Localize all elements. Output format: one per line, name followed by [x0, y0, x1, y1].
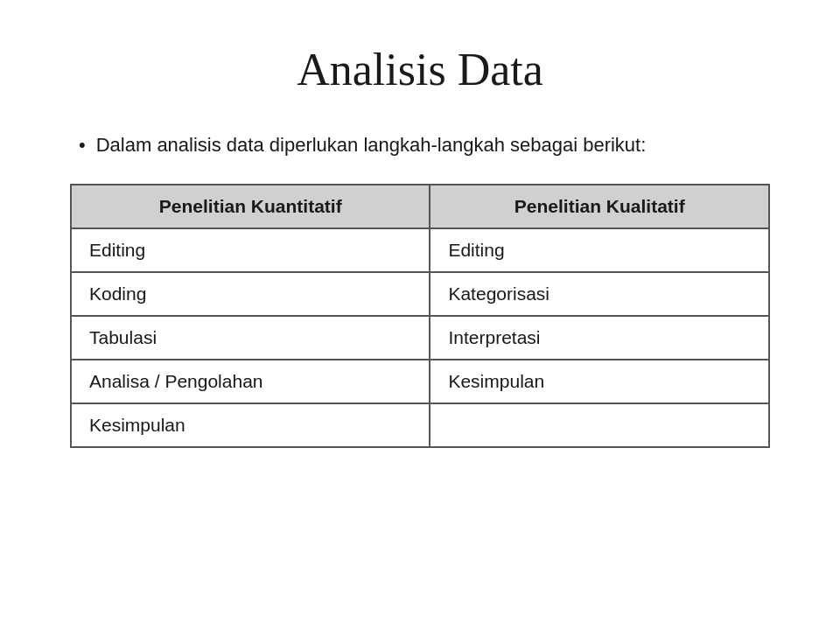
slide-title: Analisis Data: [70, 44, 770, 95]
table-cell-0-1: Editing: [430, 228, 769, 272]
bullet-dot: •: [79, 130, 86, 159]
table-header-row: Penelitian Kuantitatif Penelitian Kualit…: [71, 185, 769, 228]
bullet-section: • Dalam analisis data diperlukan langkah…: [70, 130, 770, 159]
table-cell-2-1: Interpretasi: [430, 316, 769, 360]
table-row: KodingKategorisasi: [71, 272, 769, 316]
header-col-2: Penelitian Kualitatif: [430, 185, 769, 228]
table-cell-0-0: Editing: [71, 228, 430, 272]
table-cell-4-1: [430, 403, 769, 447]
table-cell-2-0: Tabulasi: [71, 316, 430, 360]
table-cell-3-1: Kesimpulan: [430, 360, 769, 403]
table-row: TabulasiInterpretasi: [71, 316, 769, 360]
table-cell-1-1: Kategorisasi: [430, 272, 769, 316]
table-row: EditingEditing: [71, 228, 769, 272]
slide: Analisis Data • Dalam analisis data dipe…: [0, 0, 840, 630]
table-row: Kesimpulan: [71, 403, 769, 447]
table-row: Analisa / PengolahanKesimpulan: [71, 360, 769, 403]
header-col-1: Penelitian Kuantitatif: [71, 185, 430, 228]
table-cell-4-0: Kesimpulan: [71, 403, 430, 447]
table-cell-1-0: Koding: [71, 272, 430, 316]
bullet-text: Dalam analisis data diperlukan langkah-l…: [96, 130, 770, 159]
comparison-table: Penelitian Kuantitatif Penelitian Kualit…: [70, 184, 770, 448]
table-cell-3-0: Analisa / Pengolahan: [71, 360, 430, 403]
bullet-item: • Dalam analisis data diperlukan langkah…: [79, 130, 770, 159]
